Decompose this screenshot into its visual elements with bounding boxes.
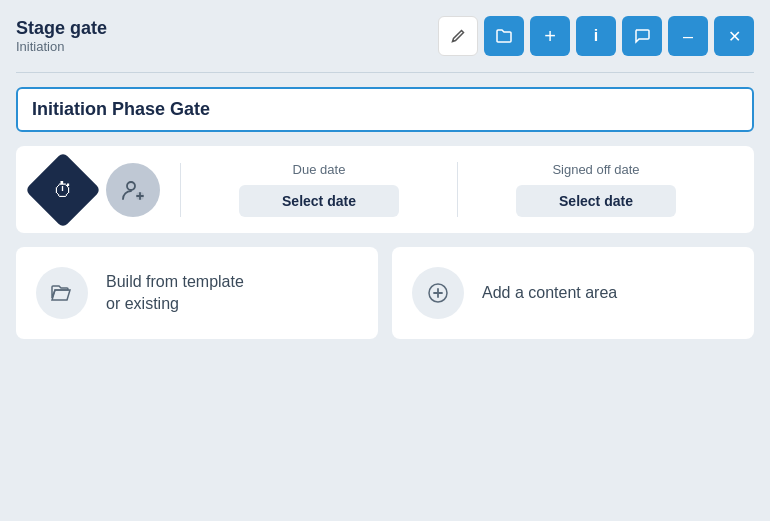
info-icon: i: [594, 27, 598, 45]
page-title: Stage gate: [16, 18, 107, 39]
clock-icon: ⏱: [53, 178, 73, 201]
plus-icon: +: [544, 26, 556, 46]
date-card: ⏱ Due date Select date Signed off date S…: [16, 146, 754, 233]
header-title-block: Stage gate Initiation: [16, 18, 107, 54]
date-card-icons: ⏱: [36, 163, 181, 217]
folder-open-icon: [36, 267, 88, 319]
title-input[interactable]: [32, 99, 738, 120]
add-person-icon: [120, 177, 146, 203]
toolbar: + i – ✕: [438, 16, 754, 56]
add-content-card[interactable]: Add a content area: [392, 247, 754, 339]
folder-button[interactable]: [484, 16, 524, 56]
build-template-card[interactable]: Build from template or existing: [16, 247, 378, 339]
stage-gate-diamond-icon: ⏱: [25, 151, 101, 227]
assignee-icon[interactable]: [106, 163, 160, 217]
pencil-icon: [450, 28, 466, 44]
date-fields: Due date Select date Signed off date Sel…: [181, 162, 734, 217]
header-divider: [16, 72, 754, 73]
page-subtitle: Initiation: [16, 39, 107, 54]
comment-button[interactable]: [622, 16, 662, 56]
due-date-group: Due date Select date: [181, 162, 458, 217]
plus-circle-icon: [412, 267, 464, 319]
folder-icon: [495, 27, 513, 45]
minus-button[interactable]: –: [668, 16, 708, 56]
close-button[interactable]: ✕: [714, 16, 754, 56]
plus-icon: [426, 281, 450, 305]
signed-off-date-button[interactable]: Select date: [516, 185, 676, 217]
due-date-button[interactable]: Select date: [239, 185, 399, 217]
add-content-label: Add a content area: [482, 282, 617, 304]
signed-off-date-group: Signed off date Select date: [458, 162, 734, 217]
info-button[interactable]: i: [576, 16, 616, 56]
svg-point-0: [127, 182, 135, 190]
minus-icon: –: [683, 26, 693, 47]
action-cards: Build from template or existing Add a co…: [16, 247, 754, 339]
build-template-label: Build from template or existing: [106, 271, 244, 316]
add-button[interactable]: +: [530, 16, 570, 56]
header: Stage gate Initiation + i – ✕: [16, 16, 754, 56]
open-folder-icon: [50, 281, 74, 305]
signed-off-label: Signed off date: [552, 162, 639, 177]
edit-button[interactable]: [438, 16, 478, 56]
close-icon: ✕: [728, 27, 741, 46]
speech-bubble-icon: [633, 27, 651, 45]
title-input-wrap[interactable]: [16, 87, 754, 132]
due-date-label: Due date: [293, 162, 346, 177]
